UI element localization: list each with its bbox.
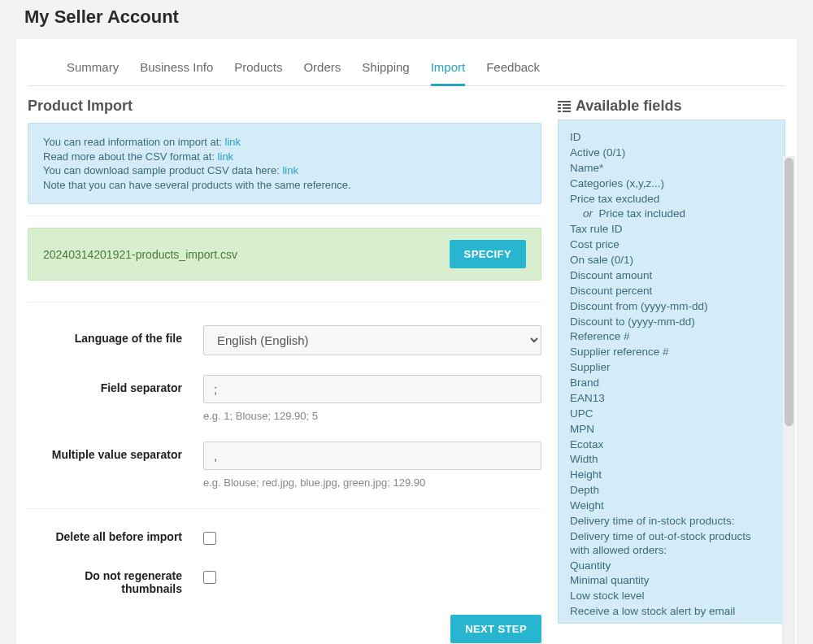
tab-orders[interactable]: Orders bbox=[303, 60, 341, 85]
info-line-2: Read more about the CSV format at: bbox=[43, 150, 218, 163]
svg-rect-5 bbox=[558, 111, 561, 112]
delete-all-checkbox[interactable] bbox=[203, 532, 216, 545]
available-field-item: Delivery time of out-of-stock products w… bbox=[570, 529, 773, 559]
svg-rect-2 bbox=[563, 104, 571, 106]
info-link-3[interactable]: link bbox=[282, 164, 298, 176]
scrollbar-thumb[interactable] bbox=[785, 158, 793, 426]
import-card: Summary Business Info Products Orders Sh… bbox=[16, 39, 797, 644]
available-field-item: Receive a low stock alert by email bbox=[570, 604, 773, 620]
available-field-item: Discount from (yyyy-mm-dd) bbox=[570, 299, 773, 315]
available-field-item: Cost price bbox=[570, 237, 773, 253]
tab-summary[interactable]: Summary bbox=[67, 60, 119, 85]
tab-feedback[interactable]: Feedback bbox=[486, 60, 540, 85]
tab-business-info[interactable]: Business Info bbox=[140, 60, 213, 85]
available-field-item: UPC bbox=[570, 407, 773, 422]
svg-rect-1 bbox=[558, 104, 561, 106]
multi-separator-input[interactable] bbox=[203, 442, 541, 470]
svg-rect-0 bbox=[558, 101, 571, 102]
available-field-item: Weight bbox=[570, 498, 773, 514]
available-field-item: Reference # bbox=[570, 329, 773, 345]
uploaded-file-name: 20240314201921-products_import.csv bbox=[43, 248, 237, 261]
tabs: Summary Business Info Products Orders Sh… bbox=[28, 52, 785, 86]
multi-separator-hint: e.g. Blouse; red.jpg, blue.jpg, green.jp… bbox=[203, 476, 541, 489]
available-field-item: Discount to (yyyy-mm-dd) bbox=[570, 315, 773, 330]
available-field-item: Low stock level bbox=[570, 589, 773, 604]
available-field-item: Supplier reference # bbox=[570, 345, 773, 360]
available-field-item: Width bbox=[570, 452, 773, 468]
language-select[interactable]: English (English) bbox=[203, 325, 541, 355]
available-field-item: Name* bbox=[570, 161, 773, 176]
divider bbox=[28, 508, 541, 509]
info-line-1: You can read information on import at: bbox=[43, 136, 225, 148]
field-separator-input[interactable] bbox=[203, 375, 541, 403]
info-link-1[interactable]: link bbox=[225, 136, 241, 148]
available-field-item: Categories (x,y,z...) bbox=[570, 176, 773, 192]
specify-button[interactable]: SPECIFY bbox=[450, 240, 526, 268]
svg-rect-4 bbox=[563, 107, 571, 109]
uploaded-file-row: 20240314201921-products_import.csv SPECI… bbox=[28, 228, 541, 281]
available-field-item: Discount percent bbox=[570, 284, 773, 299]
available-field-item: Active (0/1) bbox=[570, 146, 773, 161]
info-line-4: Note that you can have several products … bbox=[43, 178, 526, 193]
no-regen-label: Do not regenerate thumbnails bbox=[28, 563, 203, 595]
tab-products[interactable]: Products bbox=[234, 60, 282, 85]
available-field-item: Ecotax bbox=[570, 437, 773, 453]
available-fields-box: IDActive (0/1)Name*Categories (x,y,z...)… bbox=[558, 120, 785, 624]
available-field-item: Visibility bbox=[570, 620, 773, 624]
available-field-item: Brand bbox=[570, 376, 773, 391]
available-fields-title: Available fields bbox=[558, 98, 785, 115]
available-field-item: Minimal quantity bbox=[570, 573, 773, 589]
available-field-item: Tax rule ID bbox=[570, 222, 773, 237]
field-separator-hint: e.g. 1; Blouse; 129.90; 5 bbox=[203, 410, 541, 422]
no-regen-checkbox[interactable] bbox=[203, 571, 216, 584]
available-field-item: Discount amount bbox=[570, 268, 773, 284]
list-icon bbox=[558, 100, 571, 113]
svg-rect-6 bbox=[563, 111, 571, 112]
available-field-item: or Price tax included bbox=[570, 207, 773, 222]
available-field-item: ID bbox=[570, 130, 773, 146]
divider bbox=[28, 302, 541, 302]
next-step-button[interactable]: NEXT STEP bbox=[450, 615, 541, 643]
multi-separator-label: Multiple value separator bbox=[28, 442, 203, 461]
available-field-item: Height bbox=[570, 468, 773, 483]
available-field-item: Price tax excluded bbox=[570, 192, 773, 207]
language-label: Language of the file bbox=[28, 325, 203, 345]
tab-import[interactable]: Import bbox=[431, 60, 466, 86]
delete-all-label: Delete all before import bbox=[28, 524, 203, 543]
available-field-item: On sale (0/1) bbox=[570, 253, 773, 268]
tab-shipping[interactable]: Shipping bbox=[362, 60, 409, 85]
section-title: Product Import bbox=[28, 98, 541, 115]
info-line-3: You can download sample product CSV data… bbox=[43, 164, 282, 176]
available-field-item: Supplier bbox=[570, 360, 773, 376]
available-field-item: Depth bbox=[570, 483, 773, 498]
available-field-item: Delivery time of in-stock products: bbox=[570, 514, 773, 529]
field-separator-label: Field separator bbox=[28, 375, 203, 394]
info-box: You can read information on import at: l… bbox=[28, 123, 541, 204]
info-link-2[interactable]: link bbox=[218, 150, 234, 163]
page-title: My Seller Account bbox=[0, 0, 813, 39]
divider bbox=[28, 215, 541, 216]
available-field-item: MPN bbox=[570, 422, 773, 437]
scrollbar[interactable]: ▾ bbox=[782, 156, 795, 644]
svg-rect-3 bbox=[558, 107, 561, 109]
available-field-item: Quantity bbox=[570, 559, 773, 574]
available-field-item: EAN13 bbox=[570, 391, 773, 407]
